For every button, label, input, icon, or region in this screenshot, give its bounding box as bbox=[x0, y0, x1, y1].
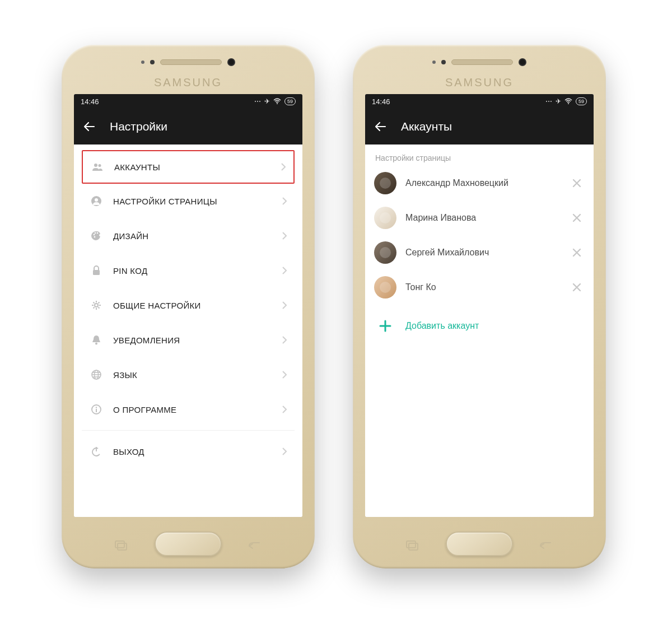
svg-point-23 bbox=[568, 103, 569, 104]
page-title: Настройки bbox=[110, 120, 167, 133]
chevron-right-icon bbox=[282, 371, 287, 379]
settings-item-notifications[interactable]: УВЕДОМЛЕНИЯ bbox=[82, 323, 295, 357]
chevron-right-icon bbox=[282, 447, 287, 455]
remove-account-button[interactable] bbox=[569, 279, 585, 295]
settings-item-exit[interactable]: ВЫХОД bbox=[82, 434, 295, 469]
app-bar: Аккаунты bbox=[365, 109, 594, 144]
account-row[interactable]: Сергей Михайлович bbox=[365, 235, 594, 270]
close-icon bbox=[572, 248, 581, 257]
svg-rect-18 bbox=[96, 409, 97, 412]
more-icon: ⋯ bbox=[545, 97, 552, 105]
avatar bbox=[374, 207, 396, 229]
chevron-right-icon bbox=[282, 336, 287, 344]
settings-item-label: PIN КОД bbox=[113, 266, 282, 276]
wifi-icon bbox=[564, 98, 572, 105]
status-time: 14:46 bbox=[81, 97, 99, 106]
remove-account-button[interactable] bbox=[569, 245, 585, 260]
account-row[interactable]: Марина Иванова bbox=[365, 201, 594, 235]
svg-point-9 bbox=[97, 232, 99, 234]
section-header: Настройки страницы bbox=[365, 144, 594, 166]
svg-rect-1 bbox=[118, 543, 127, 550]
settings-item-label: ОБЩИЕ НАСТРОЙКИ bbox=[113, 301, 282, 310]
page-title: Аккаунты bbox=[401, 120, 452, 133]
svg-point-17 bbox=[96, 407, 97, 408]
home-button[interactable] bbox=[155, 532, 222, 556]
person-icon bbox=[90, 196, 103, 206]
back-button[interactable] bbox=[83, 120, 95, 133]
svg-point-13 bbox=[95, 343, 97, 345]
settings-item-about[interactable]: О ПРОГРАММЕ bbox=[82, 392, 295, 427]
account-name: Марина Иванова bbox=[405, 213, 560, 223]
home-button[interactable] bbox=[446, 532, 513, 556]
remove-account-button[interactable] bbox=[569, 175, 585, 191]
avatar bbox=[374, 241, 396, 264]
back-button[interactable] bbox=[374, 120, 386, 133]
account-name: Тонг Ко bbox=[405, 282, 560, 292]
lock-icon bbox=[90, 265, 103, 276]
chevron-right-icon bbox=[282, 301, 287, 309]
add-account-button[interactable]: Добавить аккаунт bbox=[365, 309, 594, 343]
status-bar: 14:46 ⋯ ✈ 59 bbox=[74, 94, 302, 109]
close-icon bbox=[572, 213, 581, 222]
settings-item-page-settings[interactable]: НАСТРОЙКИ СТРАНИЦЫ bbox=[82, 184, 295, 218]
settings-item-label: ЯЗЫК bbox=[113, 370, 282, 380]
svg-point-8 bbox=[95, 232, 96, 234]
status-time: 14:46 bbox=[372, 97, 390, 106]
svg-point-4 bbox=[99, 164, 101, 167]
chevron-right-icon bbox=[282, 197, 287, 205]
status-icons: ⋯ ✈ 59 bbox=[545, 97, 587, 105]
airplane-icon: ✈ bbox=[556, 97, 561, 105]
settings-content: АККАУНТЫ НАСТРОЙКИ СТРАНИЦЫ ДИЗАЙН bbox=[74, 144, 302, 517]
svg-rect-22 bbox=[409, 543, 418, 550]
svg-point-7 bbox=[94, 234, 95, 236]
wifi-icon bbox=[273, 98, 281, 105]
status-bar: 14:46 ⋯ ✈ 59 bbox=[365, 94, 594, 109]
battery-indicator: 59 bbox=[284, 97, 296, 105]
settings-item-label: ВЫХОД bbox=[113, 447, 282, 456]
svg-point-6 bbox=[95, 198, 98, 202]
back-softkey[interactable] bbox=[248, 542, 262, 551]
phone-sensors bbox=[353, 58, 606, 66]
svg-point-2 bbox=[277, 103, 278, 104]
chevron-right-icon bbox=[281, 163, 286, 171]
recent-apps-softkey[interactable] bbox=[406, 540, 418, 551]
phone-brand: SAMSUNG bbox=[353, 76, 606, 89]
remove-account-button[interactable] bbox=[569, 210, 585, 226]
info-icon bbox=[90, 404, 103, 414]
settings-item-label: О ПРОГРАММЕ bbox=[113, 405, 282, 414]
more-icon: ⋯ bbox=[254, 97, 261, 105]
close-icon bbox=[572, 179, 581, 188]
chevron-right-icon bbox=[282, 267, 287, 274]
phone-mockup-right: SAMSUNG 14:46 ⋯ ✈ 59 Аккаунты Настройки … bbox=[353, 45, 606, 568]
settings-item-language[interactable]: ЯЗЫК bbox=[82, 357, 295, 392]
account-row[interactable]: Александр Махновецкий bbox=[365, 166, 594, 201]
account-name: Сергей Михайлович bbox=[405, 248, 560, 258]
svg-point-12 bbox=[95, 304, 98, 307]
app-bar: Настройки bbox=[74, 109, 302, 144]
settings-item-general[interactable]: ОБЩИЕ НАСТРОЙКИ bbox=[82, 288, 295, 323]
account-row[interactable]: Тонг Ко bbox=[365, 270, 594, 305]
chevron-right-icon bbox=[282, 232, 287, 240]
battery-indicator: 59 bbox=[576, 97, 587, 105]
settings-item-pin[interactable]: PIN КОД bbox=[82, 253, 295, 288]
gear-icon bbox=[90, 300, 103, 310]
back-softkey[interactable] bbox=[539, 542, 553, 551]
close-icon bbox=[572, 283, 581, 292]
avatar bbox=[374, 172, 396, 194]
settings-item-design[interactable]: ДИЗАЙН bbox=[82, 218, 295, 253]
settings-list: АККАУНТЫ НАСТРОЙКИ СТРАНИЦЫ ДИЗАЙН bbox=[74, 144, 302, 469]
account-name: Александр Махновецкий bbox=[405, 178, 560, 188]
phone-sensors bbox=[62, 58, 315, 66]
plus-icon bbox=[374, 320, 396, 332]
recent-apps-softkey[interactable] bbox=[115, 540, 127, 551]
back-arrow-icon bbox=[83, 120, 95, 133]
chevron-right-icon bbox=[282, 405, 287, 413]
settings-item-label: ДИЗАЙН bbox=[113, 231, 282, 241]
svg-point-10 bbox=[94, 236, 96, 238]
phone-brand: SAMSUNG bbox=[62, 76, 315, 89]
power-icon bbox=[90, 446, 103, 456]
settings-item-accounts[interactable]: АККАУНТЫ bbox=[82, 150, 295, 184]
settings-item-label: УВЕДОМЛЕНИЯ bbox=[113, 335, 282, 345]
users-icon bbox=[91, 163, 104, 171]
divider bbox=[82, 430, 295, 431]
